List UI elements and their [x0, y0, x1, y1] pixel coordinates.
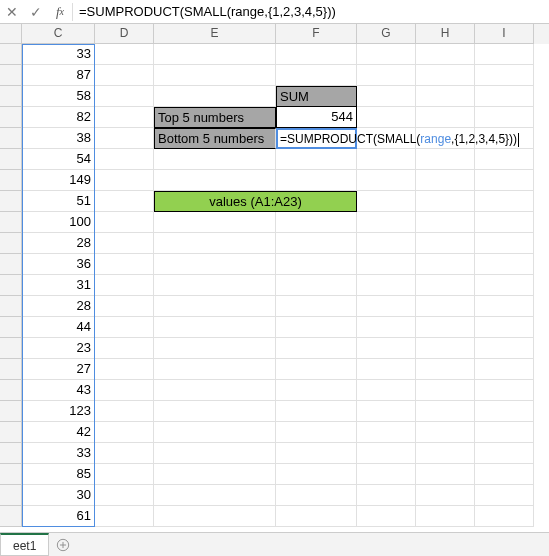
cell[interactable] [95, 149, 154, 170]
formula-input[interactable]: =SUMPRODUCT(SMALL(range,{1,2,3,4,5})) [73, 4, 549, 19]
cell[interactable] [475, 380, 534, 401]
cell[interactable]: 36 [22, 254, 95, 275]
cell[interactable]: 31 [22, 275, 95, 296]
cell[interactable] [276, 44, 357, 65]
cell[interactable] [475, 44, 534, 65]
cell[interactable]: 85 [22, 464, 95, 485]
cell[interactable] [154, 275, 276, 296]
cell[interactable] [95, 44, 154, 65]
row-header[interactable] [0, 506, 22, 527]
cell[interactable] [154, 317, 276, 338]
cell[interactable] [357, 254, 416, 275]
cell[interactable] [357, 380, 416, 401]
top5-label-cell[interactable]: Top 5 numbers [154, 107, 276, 128]
cell[interactable] [416, 233, 475, 254]
select-all-corner[interactable] [0, 24, 22, 44]
row-header[interactable] [0, 338, 22, 359]
cell[interactable] [154, 422, 276, 443]
row-header[interactable] [0, 191, 22, 212]
row-header[interactable] [0, 212, 22, 233]
row-header[interactable] [0, 65, 22, 86]
cell[interactable] [95, 65, 154, 86]
cell[interactable] [475, 170, 534, 191]
cell[interactable] [475, 233, 534, 254]
cell[interactable] [416, 464, 475, 485]
cell[interactable]: 149 [22, 170, 95, 191]
cell[interactable] [475, 212, 534, 233]
cell[interactable] [95, 317, 154, 338]
cell[interactable] [95, 191, 154, 212]
cell[interactable] [95, 86, 154, 107]
col-header-h[interactable]: H [416, 24, 475, 44]
row-header[interactable] [0, 233, 22, 254]
cell[interactable] [475, 149, 534, 170]
cell[interactable] [357, 338, 416, 359]
cell[interactable] [416, 44, 475, 65]
cell[interactable] [154, 359, 276, 380]
cell[interactable] [475, 254, 534, 275]
col-header-i[interactable]: I [475, 24, 534, 44]
cell[interactable] [154, 44, 276, 65]
cell[interactable] [357, 233, 416, 254]
cell[interactable]: 123 [22, 401, 95, 422]
cell[interactable] [95, 401, 154, 422]
cell[interactable]: 100 [22, 212, 95, 233]
cell[interactable]: 23 [22, 338, 95, 359]
cell[interactable] [357, 422, 416, 443]
row-header[interactable] [0, 254, 22, 275]
cell[interactable] [154, 380, 276, 401]
cell[interactable] [475, 464, 534, 485]
cell[interactable] [95, 464, 154, 485]
cell[interactable] [276, 317, 357, 338]
cell[interactable] [416, 338, 475, 359]
cell[interactable]: 27 [22, 359, 95, 380]
cell[interactable] [416, 170, 475, 191]
cell[interactable] [475, 338, 534, 359]
cell[interactable] [357, 485, 416, 506]
cell[interactable] [357, 212, 416, 233]
cell[interactable] [357, 506, 416, 527]
cell[interactable] [475, 107, 534, 128]
row-header[interactable] [0, 275, 22, 296]
cell[interactable] [95, 485, 154, 506]
row-header[interactable] [0, 401, 22, 422]
cell[interactable] [416, 401, 475, 422]
cell[interactable] [416, 443, 475, 464]
confirm-icon[interactable]: ✓ [24, 1, 48, 23]
cell[interactable] [416, 107, 475, 128]
cell[interactable]: 82 [22, 107, 95, 128]
cell[interactable]: 33 [22, 443, 95, 464]
cell[interactable] [416, 212, 475, 233]
cell[interactable] [416, 86, 475, 107]
cell[interactable] [475, 275, 534, 296]
sum-header-cell[interactable]: SUM [276, 86, 357, 107]
cell[interactable] [276, 212, 357, 233]
cell[interactable] [475, 86, 534, 107]
cell[interactable] [154, 338, 276, 359]
cell[interactable] [276, 338, 357, 359]
cell[interactable] [416, 380, 475, 401]
row-header[interactable] [0, 380, 22, 401]
cell[interactable] [357, 275, 416, 296]
col-header-d[interactable]: D [95, 24, 154, 44]
cell[interactable] [416, 317, 475, 338]
cell[interactable] [154, 296, 276, 317]
cell[interactable] [95, 254, 154, 275]
cell[interactable] [357, 401, 416, 422]
values-range-label[interactable]: values (A1:A23) [154, 191, 357, 212]
cell[interactable] [357, 443, 416, 464]
cell[interactable] [475, 422, 534, 443]
cell[interactable] [276, 485, 357, 506]
cell[interactable] [475, 443, 534, 464]
cell[interactable]: 42 [22, 422, 95, 443]
cell[interactable] [416, 65, 475, 86]
cell[interactable]: 28 [22, 296, 95, 317]
cell[interactable] [475, 296, 534, 317]
row-header[interactable] [0, 128, 22, 149]
cell[interactable] [357, 464, 416, 485]
row-header[interactable] [0, 317, 22, 338]
cell[interactable] [357, 65, 416, 86]
cell[interactable] [357, 359, 416, 380]
cell[interactable] [95, 338, 154, 359]
cell[interactable] [276, 233, 357, 254]
